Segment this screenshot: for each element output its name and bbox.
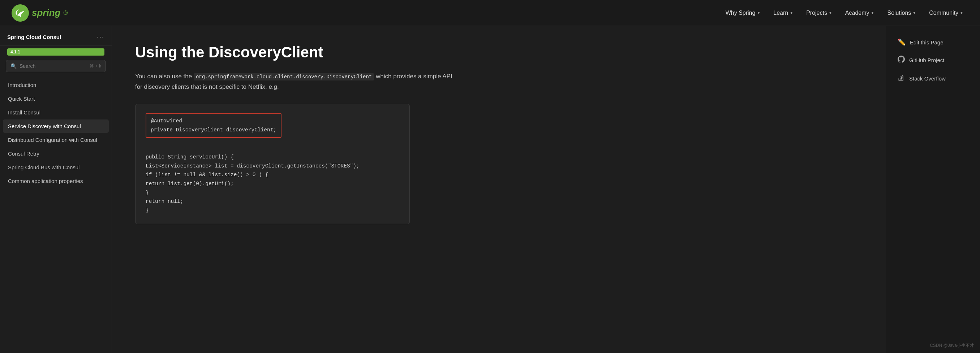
spring-logo-text: spring bbox=[32, 7, 60, 18]
logo-area[interactable]: spring ® bbox=[11, 4, 68, 22]
nav-why-spring[interactable]: Why Spring ▼ bbox=[721, 7, 766, 19]
nav-learn[interactable]: Learn ▼ bbox=[768, 7, 798, 19]
page-title: Using the DiscoveryClient bbox=[135, 43, 863, 61]
code-line-close-if: } bbox=[146, 188, 399, 198]
code-line-autowired: @Autowired bbox=[151, 117, 277, 126]
right-panel: ✏️ Edit this Page GitHub Project Stack O… bbox=[886, 26, 980, 353]
main-content: Using the DiscoveryClient You can also u… bbox=[112, 26, 886, 353]
search-placeholder: Search bbox=[19, 63, 87, 69]
chevron-down-icon: ▼ bbox=[829, 11, 832, 15]
github-project-action[interactable]: GitHub Project bbox=[893, 52, 973, 68]
code-line-private: private DiscoveryClient discoveryClient; bbox=[151, 126, 277, 135]
code-highlight-annotation: @Autowired private DiscoveryClient disco… bbox=[146, 113, 282, 138]
search-box[interactable]: 🔍 Search ⌘ + k bbox=[6, 60, 106, 72]
chevron-down-icon: ▼ bbox=[871, 11, 875, 15]
code-line-return-uri: return list.get(0).getUri(); bbox=[146, 179, 399, 188]
github-icon bbox=[897, 55, 905, 65]
chevron-down-icon: ▼ bbox=[757, 11, 760, 15]
sidebar: Spring Cloud Consul ··· 4.1.1 🔍 Search ⌘… bbox=[0, 26, 112, 353]
nav-community[interactable]: Community ▼ bbox=[924, 7, 969, 19]
sidebar-item-install-consul[interactable]: Install Consul bbox=[3, 106, 109, 119]
sidebar-nav: Introduction Quick Start Install Consul … bbox=[0, 78, 112, 188]
intro-paragraph: You can also use the org.springframework… bbox=[135, 71, 460, 92]
sidebar-item-introduction[interactable]: Introduction bbox=[3, 78, 109, 92]
nav-solutions[interactable]: Solutions ▼ bbox=[882, 7, 921, 19]
chevron-down-icon: ▼ bbox=[960, 11, 963, 15]
spring-logo-icon bbox=[11, 4, 29, 22]
code-line-return-null: return null; bbox=[146, 197, 399, 206]
version-badge[interactable]: 4.1.1 bbox=[7, 48, 105, 55]
chevron-down-icon: ▼ bbox=[789, 11, 793, 15]
nav-links: Why Spring ▼ Learn ▼ Projects ▼ Academy … bbox=[721, 7, 969, 19]
top-navigation: spring ® Why Spring ▼ Learn ▼ Projects ▼… bbox=[0, 0, 980, 26]
edit-page-action[interactable]: ✏️ Edit this Page bbox=[893, 35, 973, 50]
nav-projects[interactable]: Projects ▼ bbox=[801, 7, 837, 19]
sidebar-title: Spring Cloud Consul bbox=[7, 34, 61, 40]
code-line-close-method: } bbox=[146, 206, 399, 215]
code-block: @Autowired private DiscoveryClient disco… bbox=[135, 104, 410, 224]
sidebar-item-common-props[interactable]: Common application properties bbox=[3, 174, 109, 188]
sidebar-item-service-discovery[interactable]: Service Discovery with Consul bbox=[3, 119, 109, 133]
code-line-blank bbox=[146, 144, 399, 153]
inline-code-discovery-client: org.springframework.cloud.client.discove… bbox=[194, 73, 374, 81]
spring-logo-r: ® bbox=[63, 10, 68, 16]
code-line-method: public String serviceUrl() { bbox=[146, 153, 399, 162]
stack-overflow-icon bbox=[897, 74, 905, 83]
sidebar-item-spring-cloud-bus[interactable]: Spring Cloud Bus with Consul bbox=[3, 161, 109, 174]
watermark: CSDN @Java小生不才 bbox=[930, 342, 974, 349]
stack-overflow-action[interactable]: Stack Overflow bbox=[893, 70, 973, 87]
sidebar-header: Spring Cloud Consul ··· bbox=[0, 26, 112, 46]
sidebar-menu-button[interactable]: ··· bbox=[97, 33, 105, 41]
sidebar-item-quick-start[interactable]: Quick Start bbox=[3, 92, 109, 105]
edit-icon: ✏️ bbox=[897, 38, 905, 46]
page-layout: Spring Cloud Consul ··· 4.1.1 🔍 Search ⌘… bbox=[0, 26, 980, 353]
search-shortcut-hint: ⌘ + k bbox=[90, 63, 101, 68]
sidebar-item-consul-retry[interactable]: Consul Retry bbox=[3, 147, 109, 160]
code-line-if: if (list != null && list.size() > 0 ) { bbox=[146, 170, 399, 179]
chevron-down-icon: ▼ bbox=[912, 11, 916, 15]
nav-academy[interactable]: Academy ▼ bbox=[840, 7, 880, 19]
sidebar-item-distributed-config[interactable]: Distributed Configuration with Consul bbox=[3, 133, 109, 147]
search-icon: 🔍 bbox=[11, 63, 17, 69]
code-line-list: List<ServiceInstance> list = discoveryCl… bbox=[146, 162, 399, 171]
